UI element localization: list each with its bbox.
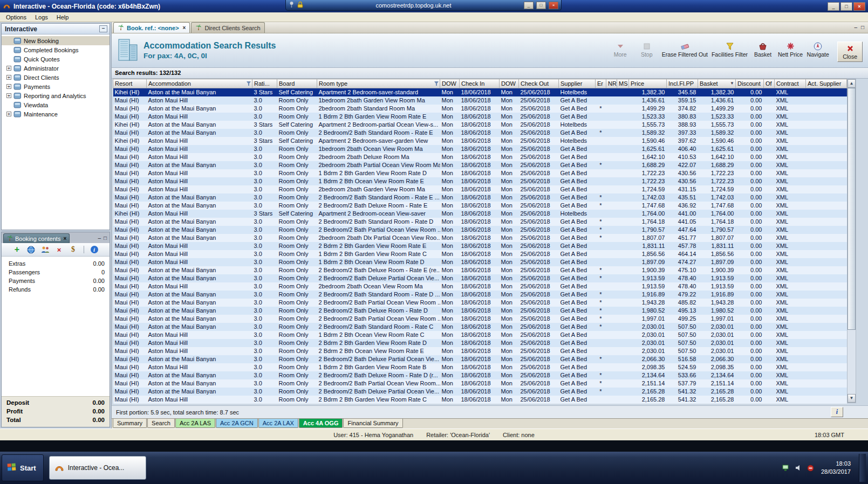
column-header-resort[interactable]: Resort: [113, 79, 147, 88]
result-row[interactable]: Kihei (HI)Aston at the Maui Banyan3 Star…: [113, 121, 847, 129]
result-row[interactable]: Maui (HI)Aston at the Maui Banyan3.0Room…: [113, 299, 847, 307]
delete-item-icon[interactable]: ×: [54, 245, 64, 254]
bottom-tab-search[interactable]: Search: [147, 419, 175, 428]
result-row[interactable]: Maui (HI)Aston at the Maui Banyan3.0Room…: [113, 379, 847, 388]
expander-icon[interactable]: +: [6, 75, 11, 80]
maximize-button[interactable]: □: [840, 2, 852, 11]
rdp-minimize-button[interactable]: _: [524, 2, 534, 9]
passengers-icon[interactable]: [40, 245, 50, 254]
column-header-supplier[interactable]: Supplier: [559, 79, 596, 88]
result-row[interactable]: Maui (HI)Aston Maui Hill3.0Room Only2 Bd…: [113, 396, 847, 404]
rdp-close-button[interactable]: ×: [549, 2, 558, 9]
basket-button[interactable]: Basket: [751, 42, 774, 58]
column-header-board[interactable]: Board: [277, 79, 317, 88]
vertical-scrollbar[interactable]: ▲ ▼: [847, 79, 856, 403]
result-row[interactable]: Maui (HI)Aston Maui Hill3.0Room Only1 Bd…: [113, 177, 847, 185]
column-header-of[interactable]: Of: [764, 79, 775, 88]
taskbar-clock[interactable]: 18:03 28/03/2017: [819, 460, 851, 476]
column-header-incl-fl-pp[interactable]: Incl.Fl.PP: [667, 79, 698, 88]
close-tab-icon[interactable]: ×: [183, 25, 186, 31]
doc-tab-direct-clients-search[interactable]: Direct Clients Search: [191, 22, 264, 33]
menu-help[interactable]: Help: [52, 13, 73, 22]
column-header-dow[interactable]: DOW: [500, 79, 519, 88]
bottom-tab-acc-4a-ogg[interactable]: Acc 4A OGG: [299, 419, 343, 428]
close-tab-icon[interactable]: ×: [63, 236, 66, 241]
result-row[interactable]: Maui (HI)Aston at the Maui Banyan3.0Room…: [113, 161, 847, 169]
result-row[interactable]: Maui (HI)Aston Maui Hill3.0Room Only1 Bd…: [113, 363, 847, 371]
rdp-restore-button[interactable]: □: [536, 2, 546, 9]
column-header-check-in[interactable]: Check In: [460, 79, 500, 88]
result-row[interactable]: Maui (HI)Aston at the Maui Banyan3.0Room…: [113, 323, 847, 331]
sidebar-item-new-booking[interactable]: +New Booking: [2, 36, 110, 45]
sidebar-item-reporting-and-analytics[interactable]: +Reporting and Analytics: [2, 91, 110, 100]
column-header-check-out[interactable]: Check Out: [519, 79, 559, 88]
result-row[interactable]: Maui (HI)Aston Maui Hill3.0Room Only1 Bd…: [113, 250, 847, 258]
filter-icon[interactable]: [434, 81, 439, 86]
doc-tab-book-ref-none[interactable]: Book. ref.: <none>×: [113, 22, 190, 33]
result-row[interactable]: Maui (HI)Aston Maui Hill3.0Room Only2bed…: [113, 153, 847, 161]
show-desktop-button[interactable]: [859, 454, 866, 482]
add-item-icon[interactable]: +: [12, 245, 22, 254]
result-row[interactable]: Maui (HI)Aston Maui Hill3.0Room Only2 Bd…: [113, 347, 847, 355]
panel-restore-icon[interactable]: –: [98, 235, 101, 241]
result-row[interactable]: Maui (HI)Aston Maui Hill3.0Room Only1 Bd…: [113, 169, 847, 177]
column-header-er[interactable]: Er: [596, 79, 606, 88]
bottom-tab-acc-2a-gcn[interactable]: Acc 2A GCN: [216, 419, 258, 428]
facilities-filter-button[interactable]: Facilities Filter: [712, 42, 748, 58]
result-row[interactable]: Maui (HI)Aston Maui Hill3.0Room Only1 Bd…: [113, 113, 847, 121]
result-row[interactable]: Maui (HI)Aston at the Maui Banyan3.0Room…: [113, 307, 847, 315]
close-window-button[interactable]: ×: [853, 2, 865, 11]
result-row[interactable]: Maui (HI)Aston at the Maui Banyan3.0Room…: [113, 226, 847, 234]
result-row[interactable]: Maui (HI)Aston Maui Hill3.0Room Only1 Bd…: [113, 331, 847, 339]
scroll-track[interactable]: [848, 88, 856, 394]
expander-icon[interactable]: +: [6, 66, 11, 71]
sidebar-item-quick-quotes[interactable]: +Quick Quotes: [2, 54, 110, 64]
result-row[interactable]: Maui (HI)Aston at the Maui Banyan3.0Room…: [113, 234, 847, 242]
network-status-icon[interactable]: [782, 465, 790, 472]
result-row[interactable]: Maui (HI)Aston Maui Hill3.0Room Only2bed…: [113, 185, 847, 193]
column-header-ms[interactable]: MS: [617, 79, 629, 88]
column-header-discount[interactable]: Discount: [736, 79, 764, 88]
result-row[interactable]: Maui (HI)Aston at the Maui Banyan3.0Room…: [113, 129, 847, 137]
bottom-tab-summary[interactable]: Summary: [113, 419, 147, 428]
result-row[interactable]: Kihei (HI)Aston Maui Hill3 StarsSelf Cat…: [113, 137, 847, 145]
result-row[interactable]: Maui (HI)Aston at the Maui Banyan3.0Room…: [113, 291, 847, 299]
mdi-restore-icon[interactable]: □: [861, 24, 864, 30]
close-button[interactable]: Close: [837, 42, 863, 61]
column-header-price[interactable]: Price: [629, 79, 667, 88]
sidebar-item-maintenance[interactable]: +Maintenance: [2, 109, 110, 119]
payments-icon[interactable]: $: [69, 245, 78, 254]
result-row[interactable]: Maui (HI)Aston Maui Hill3.0Room Only2bed…: [113, 282, 847, 291]
result-row[interactable]: Maui (HI)Aston at the Maui Banyan3.0Room…: [113, 371, 847, 379]
start-button[interactable]: Start: [2, 454, 44, 481]
nett-price-button[interactable]: Nett Price: [778, 42, 803, 58]
navigate-button[interactable]: Navigate: [807, 42, 829, 58]
menu-logs[interactable]: Logs: [31, 13, 52, 22]
expander-icon[interactable]: +: [6, 112, 11, 116]
erase-filtered-out-button[interactable]: Erase Filtered Out: [662, 42, 708, 58]
menu-options[interactable]: Options: [2, 13, 31, 22]
column-header-accommodation[interactable]: Accommodation: [147, 79, 252, 88]
result-row[interactable]: Maui (HI)Aston Maui Hill3.0Room Only1 Bd…: [113, 258, 847, 266]
pin-icon[interactable]: [289, 1, 295, 10]
bottom-tab-acc-2a-lax[interactable]: Acc 2A LAX: [258, 419, 298, 428]
result-row[interactable]: Maui (HI)Aston at the Maui Banyan3.0Room…: [113, 202, 847, 210]
result-row[interactable]: Maui (HI)Aston at the Maui Banyan3.0Room…: [113, 105, 847, 113]
expander-icon[interactable]: +: [6, 84, 11, 89]
expander-icon[interactable]: +: [6, 93, 11, 98]
result-row[interactable]: Kihei (HI)Aston at the Maui Banyan3 Star…: [113, 88, 847, 96]
column-header-act-supplier[interactable]: Act. Supplier: [806, 79, 847, 88]
column-header-contract[interactable]: Contract: [775, 79, 806, 88]
scroll-thumb[interactable]: [848, 88, 856, 330]
scroll-down-icon[interactable]: ▼: [848, 394, 856, 403]
result-row[interactable]: Maui (HI)Aston at the Maui Banyan3.0Room…: [113, 274, 847, 282]
bottom-tab-acc-2a-las[interactable]: Acc 2A LAS: [175, 419, 215, 428]
sidebar-item-completed-bookings[interactable]: +Completed Bookings: [2, 45, 110, 54]
result-row[interactable]: Maui (HI)Aston at the Maui Banyan3.0Room…: [113, 388, 847, 396]
result-row[interactable]: Maui (HI)Aston Maui Hill3.0Room Only2 Bd…: [113, 339, 847, 347]
result-row[interactable]: Maui (HI)Aston Maui Hill3.0Room Only1bed…: [113, 96, 847, 105]
sidebar-item-administrator[interactable]: +Administrator: [2, 64, 110, 73]
column-header-room-type[interactable]: Room type: [317, 79, 440, 88]
notification-icon[interactable]: [807, 465, 814, 472]
sidebar-item-viewdata[interactable]: +Viewdata: [2, 100, 110, 109]
